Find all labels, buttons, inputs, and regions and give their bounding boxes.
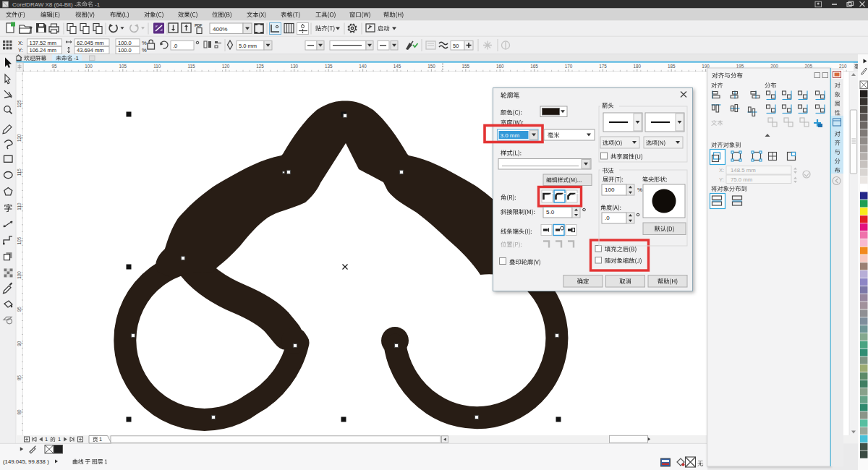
svg-text:190: 190 xyxy=(702,64,710,69)
svg-text:Y:: Y: xyxy=(719,176,724,183)
svg-text:120: 120 xyxy=(222,64,230,69)
svg-text:180: 180 xyxy=(634,64,642,69)
svg-text:CorelDRAW X8 (64-Bit) -: CorelDRAW X8 (64-Bit) - xyxy=(12,1,77,8)
svg-text:140: 140 xyxy=(359,64,367,69)
svg-text:Y:: Y: xyxy=(18,47,23,54)
svg-text:62.045 mm: 62.045 mm xyxy=(77,40,104,46)
svg-text:150: 150 xyxy=(427,64,435,69)
svg-text:%: % xyxy=(637,187,642,193)
svg-text:165: 165 xyxy=(530,64,538,69)
svg-text:95: 95 xyxy=(17,307,22,312)
svg-text:PDF: PDF xyxy=(195,23,202,27)
svg-text:3.0 mm: 3.0 mm xyxy=(501,132,520,139)
svg-text:137.52 mm: 137.52 mm xyxy=(30,40,57,46)
svg-text:X:: X: xyxy=(18,40,23,46)
svg-text:145: 145 xyxy=(393,64,401,69)
svg-text:5.0: 5.0 xyxy=(546,209,555,215)
svg-text:105: 105 xyxy=(17,236,22,244)
svg-text:130: 130 xyxy=(291,64,299,69)
svg-text:1: 1 xyxy=(45,436,48,443)
svg-text:80: 80 xyxy=(17,409,22,415)
svg-text:135: 135 xyxy=(325,64,333,69)
svg-text:43.694 mm: 43.694 mm xyxy=(77,47,104,54)
svg-text:100.0: 100.0 xyxy=(118,40,132,46)
svg-text:125: 125 xyxy=(256,64,264,69)
svg-text:170: 170 xyxy=(565,64,573,69)
svg-text:100: 100 xyxy=(605,187,615,193)
svg-text:110: 110 xyxy=(153,64,161,69)
svg-text:400%: 400% xyxy=(213,26,227,33)
svg-text:85: 85 xyxy=(17,375,22,381)
svg-text:100: 100 xyxy=(85,64,93,69)
svg-text:110: 110 xyxy=(17,202,22,210)
svg-text:5.0 mm: 5.0 mm xyxy=(239,43,257,49)
svg-text:160: 160 xyxy=(496,64,504,69)
svg-text:X:: X: xyxy=(719,167,724,174)
svg-text:205: 205 xyxy=(805,64,813,69)
svg-text:185: 185 xyxy=(668,64,676,69)
svg-text:.0: .0 xyxy=(605,215,610,221)
svg-text:210: 210 xyxy=(839,64,847,69)
svg-text:(149.045, 99.838 ): (149.045, 99.838 ) xyxy=(3,458,49,465)
svg-text:125: 125 xyxy=(17,100,22,108)
svg-text:-1: -1 xyxy=(74,55,79,61)
svg-text:75.0 mm: 75.0 mm xyxy=(731,176,752,183)
svg-text:%: % xyxy=(142,40,147,46)
svg-text:50: 50 xyxy=(453,43,459,49)
svg-text:1: 1 xyxy=(58,436,61,443)
svg-text:-1: -1 xyxy=(95,1,101,8)
svg-text:106.24 mm: 106.24 mm xyxy=(30,47,57,54)
svg-text:195: 195 xyxy=(736,64,744,69)
svg-text:200: 200 xyxy=(770,64,778,69)
svg-text:100.0: 100.0 xyxy=(118,47,132,54)
svg-text:95: 95 xyxy=(51,64,57,69)
svg-text:90: 90 xyxy=(17,341,22,346)
svg-text:175: 175 xyxy=(599,64,607,69)
svg-text:%: % xyxy=(142,47,147,54)
svg-text:.0: .0 xyxy=(173,43,177,49)
svg-text:155: 155 xyxy=(462,64,470,69)
svg-text:100: 100 xyxy=(17,271,22,279)
svg-text:115: 115 xyxy=(188,64,196,69)
svg-text:105: 105 xyxy=(119,64,127,69)
svg-text:120: 120 xyxy=(17,134,22,142)
svg-text:1: 1 xyxy=(99,436,102,443)
svg-text:148.5 mm: 148.5 mm xyxy=(731,167,756,174)
svg-text:115: 115 xyxy=(17,168,22,176)
